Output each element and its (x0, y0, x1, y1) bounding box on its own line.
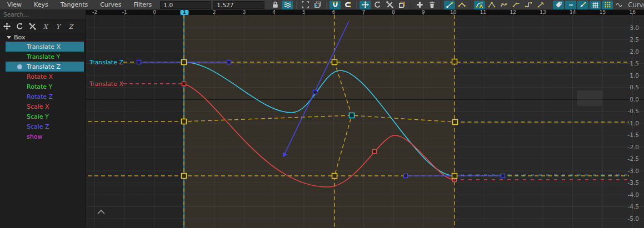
channel-list: Translate XTranslate YTranslate ZRotate … (0, 42, 86, 141)
channel-show[interactable]: show (6, 131, 84, 141)
scale-icon[interactable] (27, 21, 38, 32)
rotate-keys-icon[interactable] (372, 1, 383, 9)
tangent-handle-key[interactable] (137, 60, 141, 64)
channel-label: Translate X (27, 43, 61, 50)
channel-translate-z[interactable]: Translate Z (6, 62, 84, 72)
ruler-tick (274, 13, 274, 15)
expand-triangle-icon (7, 36, 11, 39)
move-keys-icon[interactable] (360, 1, 371, 9)
channel-scale-x[interactable]: Scale X (6, 102, 84, 112)
linear-tangent-icon[interactable] (444, 1, 455, 9)
value-axis-label: -1.5 (628, 131, 640, 138)
scale-keys-icon[interactable] (384, 1, 395, 9)
lattice-center-point[interactable] (350, 113, 355, 118)
tangent-handle-key[interactable] (313, 90, 317, 94)
waves-icon[interactable] (282, 1, 293, 9)
toolbar-separator (296, 1, 297, 8)
magnet-value-snap-icon[interactable] (342, 1, 353, 9)
search-input[interactable] (0, 11, 86, 18)
grid-icon[interactable] (590, 1, 601, 9)
selected-key[interactable] (452, 59, 457, 64)
menu-view[interactable]: View (0, 0, 28, 10)
value-axis-label: -3.0 (628, 168, 640, 174)
channel-label: Scale X (27, 103, 49, 110)
curve-label: Translate X (89, 80, 123, 88)
delete-key-icon[interactable] (426, 1, 437, 9)
add-key-icon[interactable] (414, 1, 425, 9)
current-frame-badge[interactable]: 1 (180, 10, 188, 15)
value-axis-label: -5.0 (628, 215, 640, 222)
playback-range-band (184, 15, 455, 228)
value-axis-label: -0.5 (628, 108, 640, 114)
svg-text:A: A (480, 4, 483, 9)
ruler-tick (453, 13, 454, 15)
step-tangent-icon[interactable] (523, 1, 534, 9)
broken-tangent-icon[interactable] (456, 1, 467, 9)
channel-rotate-y[interactable]: Rotate Y (6, 82, 84, 92)
channel-translate-x[interactable]: Translate X (6, 42, 84, 52)
ruler-tick (423, 13, 424, 15)
curve-line-icon[interactable] (577, 1, 588, 9)
ruler-tick (543, 13, 543, 15)
time-ruler[interactable]: -2-1023456789101112131415161 (86, 10, 644, 15)
infinity-icon[interactable]: ∞ (565, 1, 576, 9)
value-axis-label: -2.0 (628, 144, 640, 150)
tangent-handle-key[interactable] (501, 174, 505, 178)
translate-x-key[interactable] (182, 82, 186, 86)
channel-label: Translate Z (27, 63, 61, 70)
channel-rotate-x[interactable]: Rotate X (6, 72, 84, 82)
letter-x-icon[interactable]: X (40, 21, 51, 32)
selected-key[interactable] (332, 60, 337, 65)
letter-z-icon[interactable]: Z (66, 21, 76, 32)
magnet-time-snap-icon[interactable] (330, 1, 341, 9)
value-axis-label: -4.0 (628, 191, 640, 198)
lock-icon[interactable] (269, 1, 281, 9)
svg-text:∞: ∞ (568, 1, 573, 8)
graph-area[interactable]: Translate ZTranslate X3.02.52.01.51.00.5… (86, 15, 644, 228)
fixed-tangent-icon[interactable] (535, 1, 546, 9)
selected-key[interactable] (452, 174, 457, 179)
menu-filters[interactable]: Filters (127, 0, 158, 10)
toolbar-separator (470, 1, 471, 8)
tangent-handle-key[interactable] (227, 60, 231, 64)
frame-all-icon[interactable] (299, 1, 311, 9)
spline-tangent-icon[interactable] (486, 1, 497, 9)
selected-key[interactable] (182, 174, 187, 179)
translate-x-key[interactable] (373, 150, 377, 154)
toolbar-separator (440, 1, 441, 8)
duplicate-keys-icon[interactable] (396, 1, 407, 9)
selected-key[interactable] (182, 119, 187, 124)
channel-rotate-z[interactable]: Rotate Z (6, 92, 84, 102)
channel-translate-y[interactable]: Translate Y (6, 52, 84, 62)
curve-editor-window: ViewKeysTangentsCurvesFilters A∞ Curve E… (0, 0, 644, 228)
ruler-tick (244, 13, 244, 15)
window-title: Curve Editor (628, 1, 644, 9)
menu-tangents[interactable]: Tangents (54, 0, 94, 10)
channel-label: Rotate X (27, 73, 53, 80)
dots-grid-icon[interactable] (602, 1, 613, 9)
toolbar-separator (410, 1, 411, 8)
tag-icon[interactable] (553, 1, 564, 9)
selected-key[interactable] (182, 60, 187, 65)
selected-key[interactable] (453, 120, 458, 125)
clamped-tangent-icon[interactable] (498, 1, 510, 9)
watermark-overlay: Ca (577, 90, 602, 106)
rotate-icon[interactable] (14, 21, 25, 32)
menu-keys[interactable]: Keys (28, 0, 54, 10)
tree-root-box[interactable]: Box (0, 33, 86, 42)
layers-icon[interactable] (312, 1, 323, 9)
value-axis-label: 2.0 (630, 48, 639, 55)
channel-scale-z[interactable]: Scale Z (6, 121, 84, 131)
tangent-handle-key[interactable] (404, 174, 408, 178)
value-axis-label: -2.5 (628, 155, 640, 162)
menu-curves[interactable]: Curves (94, 0, 127, 10)
value-field[interactable] (213, 1, 264, 9)
move-icon[interactable] (2, 21, 12, 32)
plateau-tangent-icon[interactable] (511, 1, 522, 9)
letter-y-icon[interactable]: Y (53, 21, 63, 32)
channel-scale-y[interactable]: Scale Y (6, 112, 84, 121)
auto-tangent-icon[interactable]: A (474, 1, 485, 9)
time-field[interactable] (160, 1, 211, 9)
svg-text:Y: Y (56, 23, 62, 30)
selected-key[interactable] (332, 174, 337, 179)
